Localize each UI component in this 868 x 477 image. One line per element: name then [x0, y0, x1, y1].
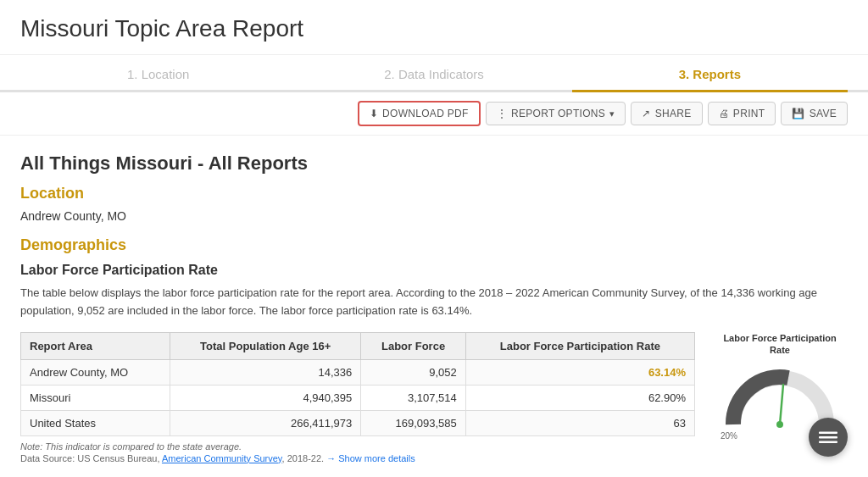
cell-rate-1: 63.14%	[465, 359, 694, 385]
save-icon: 💾	[792, 108, 804, 119]
cell-area-2: Missouri	[21, 385, 170, 410]
show-more-link[interactable]: → Show more details	[326, 453, 415, 463]
col-header-labor-force: Labor Force	[361, 332, 466, 359]
print-button[interactable]: 🖨 Print	[708, 102, 776, 125]
cell-total-pop-2: 4,940,395	[170, 385, 361, 410]
gauge-title: Labor Force Participation Rate	[712, 332, 848, 357]
cell-area-1: Andrew County, MO	[21, 359, 170, 385]
gauge-min-label: 20%	[721, 431, 737, 441]
cell-total-pop-3: 266,411,973	[170, 410, 361, 435]
menu-icon	[819, 428, 837, 446]
data-section: Report Area Total Population Age 16+ Lab…	[20, 332, 848, 463]
fab-menu-button[interactable]	[809, 418, 848, 457]
demographics-heading: Demographics	[20, 236, 848, 254]
report-title: All Things Missouri - All Reports	[20, 153, 848, 175]
stepper-item-reports[interactable]: 3. Reports	[572, 55, 848, 90]
cell-labor-force-3: 169,093,585	[361, 410, 466, 435]
main-content: All Things Missouri - All Reports Locati…	[0, 136, 868, 477]
data-table-wrapper: Report Area Total Population Age 16+ Lab…	[20, 332, 695, 463]
svg-point-1	[776, 421, 783, 428]
page-title: Missouri Topic Area Report	[0, 0, 868, 55]
cell-labor-force-1: 9,052	[361, 359, 466, 385]
svg-rect-4	[819, 441, 837, 443]
location-value: Andrew County, MO	[20, 209, 848, 223]
table-row: Missouri 4,940,395 3,107,514 62.90%	[21, 385, 695, 410]
save-button[interactable]: 💾 Save	[781, 102, 848, 125]
col-header-rate: Labor Force Participation Rate	[465, 332, 694, 359]
labor-force-table: Report Area Total Population Age 16+ Lab…	[20, 332, 695, 436]
download-pdf-button[interactable]: ⬇ Download PDF	[358, 101, 481, 126]
cell-labor-force-2: 3,107,514	[361, 385, 466, 410]
toolbar: ⬇ Download PDF ⋮ Report Options ▾ ↗ Shar…	[0, 92, 868, 136]
cell-rate-2: 62.90%	[465, 385, 694, 410]
download-icon: ⬇	[370, 108, 378, 119]
stepper-item-location[interactable]: 1. Location	[20, 55, 296, 90]
svg-rect-2	[819, 432, 837, 434]
col-header-total-pop: Total Population Age 16+	[170, 332, 361, 359]
report-options-button[interactable]: ⋮ Report Options ▾	[486, 102, 626, 125]
table-row: United States 266,411,973 169,093,585 63	[21, 410, 695, 435]
print-icon: 🖨	[719, 108, 729, 119]
cell-rate-3: 63	[465, 410, 694, 435]
svg-rect-3	[819, 436, 837, 438]
share-button[interactable]: ↗ Share	[631, 102, 702, 125]
svg-line-0	[780, 385, 783, 424]
location-heading: Location	[20, 185, 848, 202]
share-icon: ↗	[642, 108, 650, 119]
stepper: 1. Location 2. Data Indicators 3. Report…	[0, 55, 868, 92]
labor-force-description: The table below displays the labor force…	[20, 285, 848, 320]
acs-link[interactable]: American Community Survey	[162, 453, 282, 463]
options-icon: ⋮	[497, 108, 507, 119]
labor-force-title: Labor Force Participation Rate	[20, 263, 848, 278]
chevron-down-icon: ▾	[609, 108, 615, 119]
table-row: Andrew County, MO 14,336 9,052 63.14%	[21, 359, 695, 385]
cell-area-3: United States	[21, 410, 170, 435]
cell-total-pop-1: 14,336	[170, 359, 361, 385]
table-source: Data Source: US Census Bureau, American …	[20, 453, 695, 463]
stepper-item-data-indicators[interactable]: 2. Data Indicators	[296, 55, 571, 90]
col-header-area: Report Area	[21, 332, 170, 359]
table-note: Note: This indicator is compared to the …	[20, 441, 695, 452]
